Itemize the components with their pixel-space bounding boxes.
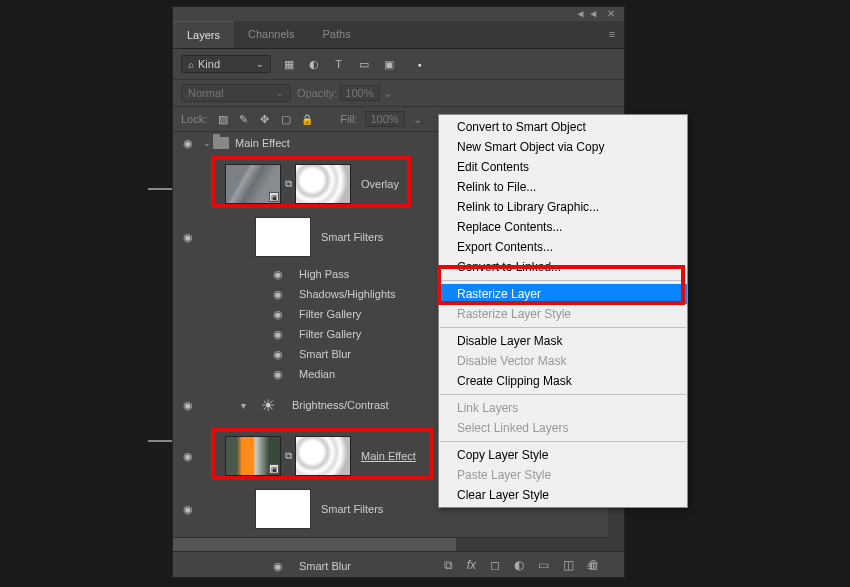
layer-thumbnail[interactable]: ▣	[225, 436, 281, 476]
filter-name: Smart Blur	[299, 348, 351, 360]
new-adjustment-icon[interactable]: ◐	[514, 558, 524, 572]
visibility-toggle[interactable]: ◉	[173, 503, 203, 516]
menu-convert-linked[interactable]: Convert to Linked...	[439, 257, 687, 277]
menu-edit-contents[interactable]: Edit Contents	[439, 157, 687, 177]
menu-convert-smart-object[interactable]: Convert to Smart Object	[439, 117, 687, 137]
menu-disable-vector-mask: Disable Vector Mask	[439, 351, 687, 371]
tab-layers[interactable]: Layers	[173, 21, 234, 48]
new-group-icon[interactable]: ▭	[538, 558, 549, 572]
visibility-toggle[interactable]: ◉	[173, 231, 203, 244]
menu-disable-layer-mask[interactable]: Disable Layer Mask	[439, 331, 687, 351]
layer-context-menu: Convert to Smart Object New Smart Object…	[438, 114, 688, 508]
group-name: Main Effect	[235, 137, 290, 149]
menu-rasterize-layer-style: Rasterize Layer Style	[439, 304, 687, 324]
chevron-down-icon: ⌄	[256, 59, 264, 69]
menu-separator	[440, 327, 686, 328]
add-mask-icon[interactable]: ◻	[490, 558, 500, 572]
menu-relink-library[interactable]: Relink to Library Graphic...	[439, 197, 687, 217]
chevron-down-icon[interactable]: ⌄	[383, 87, 392, 100]
fill-label: Fill:	[340, 113, 357, 125]
opacity-label: Opacity:	[297, 87, 337, 99]
menu-separator	[440, 394, 686, 395]
filter-adjustment-icon[interactable]: ◐	[306, 57, 321, 72]
search-icon: ⌕	[188, 59, 194, 70]
menu-separator	[440, 280, 686, 281]
visibility-toggle[interactable]: ◉	[263, 268, 293, 281]
fx-icon[interactable]: fx	[467, 558, 476, 572]
layer-filter-row: ⌕ Kind ⌄ ▦ ◐ T ▭ ▣ ●	[173, 49, 624, 80]
filter-toggle-icon[interactable]: ●	[412, 57, 427, 72]
filter-mask-thumbnail[interactable]	[255, 489, 311, 529]
filter-kind-label: Kind	[198, 58, 220, 70]
panel-collapse-close-icons[interactable]: ◄◄ ✕	[575, 8, 618, 19]
filter-shape-icon[interactable]: ▭	[356, 57, 371, 72]
menu-create-clipping-mask[interactable]: Create Clipping Mask	[439, 371, 687, 391]
link-layers-icon[interactable]: ⧉	[444, 558, 453, 572]
visibility-toggle[interactable]: ◉	[173, 399, 203, 412]
visibility-toggle[interactable]: ◉	[263, 328, 293, 341]
filter-name: Median	[299, 368, 335, 380]
blend-mode-value: Normal	[188, 87, 223, 99]
filter-mask-thumbnail[interactable]	[255, 217, 311, 257]
chevron-down-icon[interactable]: ⌄	[413, 113, 422, 126]
delete-layer-icon[interactable]: 🗑	[588, 558, 600, 572]
menu-relink-file[interactable]: Relink to File...	[439, 177, 687, 197]
visibility-toggle[interactable]: ◉	[263, 288, 293, 301]
layers-bottom-toolbar: ⧉ fx ◻ ◐ ▭ ◫ 🗑	[173, 551, 624, 577]
filter-name: Filter Gallery	[299, 308, 361, 320]
lock-label: Lock:	[181, 113, 207, 125]
panel-menu-icon[interactable]: ≡	[600, 21, 624, 48]
brightness-icon: ☀	[254, 391, 282, 419]
lock-artboard-icon[interactable]: ▢	[278, 112, 293, 127]
panel-tabs: Layers Channels Paths ≡	[173, 21, 624, 49]
clipping-indicator-icon: ▾	[241, 400, 246, 411]
filter-smart-icon[interactable]: ▣	[381, 57, 396, 72]
chevron-down-icon: ⌄	[276, 88, 284, 98]
visibility-toggle[interactable]: ◉	[263, 308, 293, 321]
lock-all-icon[interactable]: 🔒	[299, 112, 314, 127]
menu-export-contents[interactable]: Export Contents...	[439, 237, 687, 257]
filter-type-icon[interactable]: T	[331, 57, 346, 72]
scrollbar-thumb[interactable]	[173, 538, 456, 551]
filter-kind-select[interactable]: ⌕ Kind ⌄	[181, 55, 271, 73]
opacity-input[interactable]: 100%	[340, 85, 380, 101]
menu-link-layers: Link Layers	[439, 398, 687, 418]
smart-object-badge-icon: ▣	[269, 192, 279, 202]
layer-name: Brightness/Contrast	[292, 399, 389, 411]
filter-name: High Pass	[299, 268, 349, 280]
filter-name: Shadows/Highlights	[299, 288, 396, 300]
lock-transparency-icon[interactable]: ▨	[215, 112, 230, 127]
blend-row: Normal ⌄ Opacity: 100% ⌄	[173, 80, 624, 107]
panel-header: ◄◄ ✕	[173, 7, 624, 21]
folder-icon	[213, 137, 229, 149]
smart-object-badge-icon: ▣	[269, 464, 279, 474]
horizontal-scrollbar[interactable]	[173, 537, 608, 551]
menu-select-linked-layers: Select Linked Layers	[439, 418, 687, 438]
layer-thumbnail[interactable]: ▣	[225, 164, 281, 204]
menu-rasterize-layer[interactable]: Rasterize Layer	[439, 284, 687, 304]
menu-separator	[440, 441, 686, 442]
filter-name: Filter Gallery	[299, 328, 361, 340]
lock-position-icon[interactable]: ✥	[257, 112, 272, 127]
menu-new-smart-via-copy[interactable]: New Smart Object via Copy	[439, 137, 687, 157]
menu-paste-layer-style: Paste Layer Style	[439, 465, 687, 485]
visibility-toggle[interactable]: ◉	[263, 368, 293, 381]
lock-image-icon[interactable]: ✎	[236, 112, 251, 127]
new-layer-icon[interactable]: ◫	[563, 558, 574, 572]
filter-pixel-icon[interactable]: ▦	[281, 57, 296, 72]
visibility-toggle[interactable]: ◉	[263, 348, 293, 361]
menu-copy-layer-style[interactable]: Copy Layer Style	[439, 445, 687, 465]
visibility-toggle[interactable]: ◉	[173, 450, 203, 463]
tab-channels[interactable]: Channels	[234, 21, 308, 48]
smart-filters-label: Smart Filters	[321, 503, 383, 515]
menu-replace-contents[interactable]: Replace Contents...	[439, 217, 687, 237]
fill-input[interactable]: 100%	[365, 111, 405, 127]
tab-paths[interactable]: Paths	[309, 21, 365, 48]
visibility-toggle[interactable]: ◉	[173, 137, 203, 150]
blend-mode-select[interactable]: Normal ⌄	[181, 84, 291, 102]
smart-filters-label: Smart Filters	[321, 231, 383, 243]
disclose-icon[interactable]: ⌄	[203, 138, 211, 148]
menu-clear-layer-style[interactable]: Clear Layer Style	[439, 485, 687, 505]
